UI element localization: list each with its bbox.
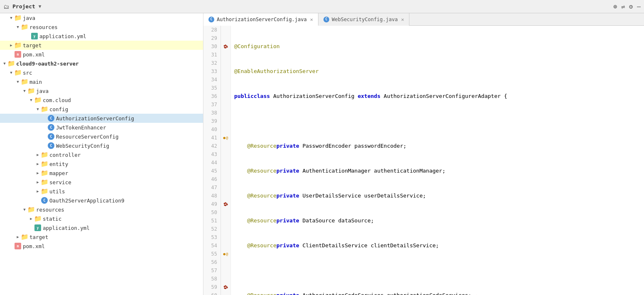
gutter-47	[221, 183, 230, 192]
top-bar-title: Project	[12, 3, 35, 10]
arrow-icon	[28, 217, 34, 221]
gutter-30: 🫘	[221, 42, 230, 51]
sidebar-item-application-yml2[interactable]: y application.yml	[0, 223, 203, 232]
ln-57: 57	[205, 266, 217, 275]
sidebar-item-label: src	[23, 70, 32, 76]
sidebar-item-pom-top[interactable]: m pom.xml	[0, 50, 203, 59]
gutter-34	[221, 76, 230, 84]
code-token: extends	[358, 92, 380, 100]
arrow-icon	[35, 171, 41, 175]
gutter-46	[221, 175, 230, 183]
xml-icon: m	[14, 51, 22, 58]
ln-39: 39	[205, 117, 217, 125]
globe-icon[interactable]: ⊕	[613, 3, 617, 10]
tab-close-btn[interactable]: ✕	[310, 17, 313, 22]
tab-label: AuthorizationServerConfig.java	[217, 17, 307, 22]
class-icon: C	[47, 124, 55, 131]
override-icon2: ●@	[223, 252, 228, 256]
sidebar-item-java[interactable]: 📁 java	[0, 13, 203, 22]
sidebar-item-cloud9-server[interactable]: 📁 cloud9-oauth2-server	[0, 59, 203, 68]
minimize-icon[interactable]: —	[637, 3, 641, 10]
settings-icon[interactable]: ⚙	[629, 3, 633, 10]
code-line-31	[234, 117, 641, 125]
sidebar-item-websec[interactable]: C WebSecurityConfig	[0, 141, 203, 150]
yaml-icon: y	[34, 224, 42, 231]
code-line-36: @Resource private ClientDetailsService c…	[234, 241, 641, 250]
dropdown-arrow[interactable]: ▼	[39, 4, 42, 9]
sidebar-item-src[interactable]: 📁 src	[0, 68, 203, 77]
sidebar-item-utils[interactable]: 📁 utils	[0, 187, 203, 196]
ln-47: 47	[205, 183, 217, 192]
sidebar-item-resource[interactable]: C ResourceServerConfig	[0, 132, 203, 141]
sidebar-item-main[interactable]: 📁 main	[0, 77, 203, 86]
sidebar-item-oauth2app[interactable]: C Oauth2ServerApplication9	[0, 196, 203, 205]
ln-58: 58	[205, 275, 217, 283]
sidebar-item-label: application.yml	[43, 225, 90, 231]
gutter-48	[221, 192, 230, 200]
tab-websec[interactable]: C WebSecurityConfig.java ✕	[318, 13, 409, 26]
class-icon: C	[41, 197, 48, 204]
ln-59: 59	[205, 283, 217, 291]
folder-icon: 📁	[7, 60, 15, 67]
line-numbers: 28 29 30 31 32 33 34 35 36 37 38 39 40 4…	[203, 26, 221, 295]
gutter-32	[221, 59, 230, 67]
split-icon[interactable]: ⇌	[621, 3, 625, 10]
folder-icon: 📁	[34, 215, 42, 222]
sidebar-item-authserver[interactable]: C AuthorizationServerConfig	[0, 114, 203, 123]
gutter-59: 🫘	[221, 283, 230, 291]
code-token: @Resource	[247, 192, 276, 200]
sidebar-item-target2[interactable]: 📁 target	[0, 232, 203, 241]
sidebar-item-mapper[interactable]: 📁 mapper	[0, 168, 203, 178]
ln-38: 38	[205, 109, 217, 117]
arrow-icon	[35, 189, 41, 193]
class-icon: C	[47, 142, 55, 149]
sidebar-item-resources2[interactable]: 📁 resources	[0, 205, 203, 214]
ln-60: 60	[205, 291, 217, 295]
tab-authserver[interactable]: C AuthorizationServerConfig.java ✕	[203, 13, 318, 26]
ln-46: 46	[205, 175, 217, 183]
sidebar-item-application-yml[interactable]: y application.yml	[0, 32, 203, 41]
bean-icon3: 🫘	[223, 285, 228, 289]
code-token: private	[277, 241, 299, 250]
sidebar-item-jwt[interactable]: C JwtTokenEnhancer	[0, 123, 203, 132]
code-line-34: @Resource private UserDetailsService use…	[234, 192, 641, 200]
sidebar-item-config[interactable]: 📁 config	[0, 105, 203, 114]
gutter-45	[221, 167, 230, 175]
gutter-56	[221, 258, 230, 266]
sidebar-item-resources[interactable]: 📁 resources	[0, 22, 203, 32]
sidebar-item-controller[interactable]: 📁 controller	[0, 150, 203, 159]
folder-icon: 📁	[34, 96, 42, 104]
gutter-35	[221, 84, 230, 92]
arrow-icon	[2, 61, 7, 66]
code-editor[interactable]: 28 29 30 31 32 33 34 35 36 37 38 39 40 4…	[203, 26, 644, 295]
sidebar-item-entity[interactable]: 📁 entity	[0, 159, 203, 168]
tab-label2: WebSecurityConfig.java	[332, 17, 398, 22]
tab-close-btn2[interactable]: ✕	[401, 17, 404, 22]
editor-area: C AuthorizationServerConfig.java ✕ C Web…	[203, 13, 644, 295]
arrow-icon	[35, 180, 41, 184]
ln-41: 41	[205, 134, 217, 142]
folder-icon: 📁	[41, 188, 48, 195]
ln-42: 42	[205, 142, 217, 150]
code-token: @Resource	[247, 217, 276, 225]
code-token: @Resource	[247, 291, 276, 295]
code-token: @EnableAuthorizationServer	[234, 67, 319, 76]
sidebar-item-java2[interactable]: 📁 java	[0, 86, 203, 95]
sidebar-item-label: static	[43, 216, 61, 222]
folder-icon: 📁	[41, 160, 48, 168]
ln-43: 43	[205, 150, 217, 158]
code-line-30: public class AuthorizationServerConfig e…	[234, 92, 641, 100]
code-token: private	[277, 192, 299, 200]
ln-30: 30	[205, 42, 217, 51]
sidebar-item-target-top[interactable]: 📁 target	[0, 41, 203, 50]
sidebar: 📁 java 📁 resources y application.yml 📁 t…	[0, 13, 203, 295]
sidebar-item-label: target	[23, 42, 42, 49]
ln-37: 37	[205, 100, 217, 109]
sidebar-item-static[interactable]: 📁 static	[0, 214, 203, 223]
folder-icon: 📁	[41, 178, 48, 186]
arrow-icon	[8, 43, 14, 47]
sidebar-item-service[interactable]: 📁 service	[0, 178, 203, 187]
folder-icon: 📁	[14, 14, 22, 22]
sidebar-item-pom2[interactable]: m pom.xml	[0, 241, 203, 251]
sidebar-item-comcloud[interactable]: 📁 com.cloud	[0, 95, 203, 105]
